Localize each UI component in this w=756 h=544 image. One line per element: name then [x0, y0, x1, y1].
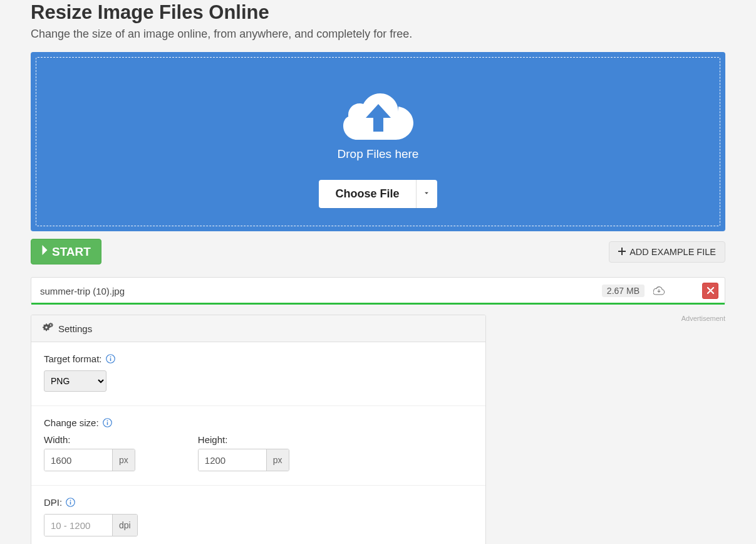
width-label: Width:	[44, 434, 71, 445]
height-label: Height:	[198, 434, 228, 445]
change-size-section: Change size: Width: px	[31, 406, 485, 486]
target-format-label: Target format:	[44, 353, 102, 364]
height-unit: px	[266, 449, 289, 471]
settings-heading: Settings	[31, 315, 485, 342]
page-title: Resize Image Files Online	[31, 0, 725, 24]
change-size-label: Change size:	[44, 417, 99, 428]
dropzone[interactable]: Drop Files here Choose File	[31, 52, 725, 231]
dpi-input[interactable]	[44, 515, 112, 536]
dpi-label: DPI:	[44, 497, 62, 508]
svg-point-10	[70, 500, 71, 501]
close-icon	[707, 286, 714, 296]
file-name: summer-trip (10).jpg	[40, 286, 602, 296]
page-subtitle: Change the size of an image online, from…	[31, 28, 725, 41]
remove-file-button[interactable]	[702, 283, 718, 299]
choose-file-button[interactable]: Choose File	[319, 180, 415, 208]
dpi-section: DPI: dpi	[31, 486, 485, 544]
start-button[interactable]: START	[31, 239, 101, 264]
file-size-badge: 2.67 MB	[602, 285, 645, 297]
height-input[interactable]	[199, 449, 266, 471]
svg-point-7	[106, 420, 108, 421]
advertisement-label: Advertisement	[511, 315, 725, 322]
svg-point-4	[110, 356, 111, 357]
svg-rect-9	[70, 501, 71, 505]
plus-icon	[618, 247, 626, 257]
chevron-down-icon	[422, 189, 431, 199]
info-icon[interactable]	[106, 354, 115, 364]
settings-panel: Settings Target format: PNG	[31, 315, 486, 544]
svg-rect-1	[618, 251, 626, 252]
width-input[interactable]	[44, 449, 112, 471]
chevron-right-icon	[41, 244, 48, 259]
gears-icon	[43, 322, 53, 335]
drop-label: Drop Files here	[43, 147, 713, 161]
file-row: summer-trip (10).jpg 2.67 MB	[31, 277, 725, 305]
cloud-upload-icon	[343, 90, 413, 142]
settings-heading-label: Settings	[58, 323, 92, 334]
add-example-file-button[interactable]: ADD EXAMPLE FILE	[609, 241, 725, 263]
target-format-select[interactable]: PNG	[44, 370, 106, 392]
start-button-label: START	[52, 245, 91, 259]
width-unit: px	[112, 449, 135, 471]
dpi-unit: dpi	[112, 515, 137, 536]
info-icon[interactable]	[103, 418, 112, 427]
svg-rect-3	[110, 358, 111, 361]
cloud-save-icon[interactable]	[653, 286, 665, 295]
target-format-section: Target format: PNG	[31, 342, 485, 406]
dropzone-inner: Drop Files here Choose File	[36, 57, 720, 226]
choose-file-more-button[interactable]	[416, 180, 437, 208]
info-icon[interactable]	[66, 498, 75, 507]
svg-rect-6	[106, 422, 108, 425]
add-example-label: ADD EXAMPLE FILE	[629, 247, 716, 257]
